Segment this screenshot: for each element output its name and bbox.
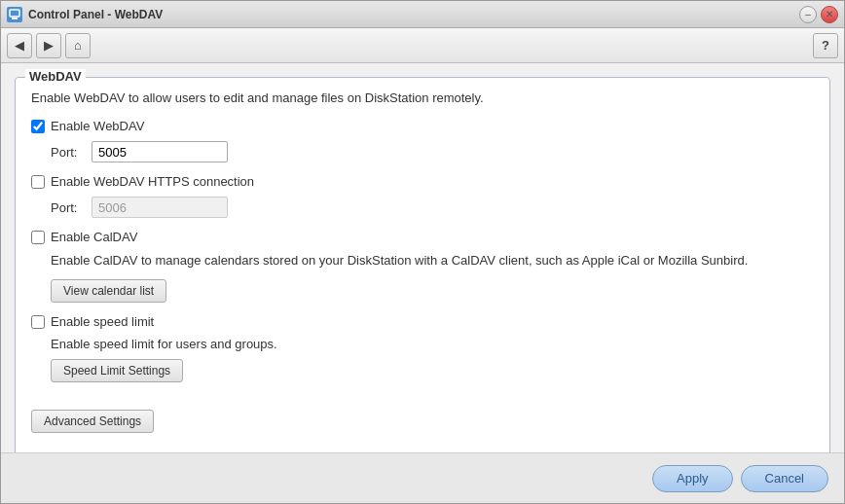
home-button[interactable]: ⌂ bbox=[65, 33, 91, 58]
title-bar: Control Panel - WebDAV – ✕ bbox=[1, 1, 844, 28]
speed-limit-label[interactable]: Enable speed limit bbox=[51, 314, 154, 329]
window-icon bbox=[7, 7, 22, 22]
https-label[interactable]: Enable WebDAV HTTPS connection bbox=[51, 174, 254, 189]
speed-limit-settings-button[interactable]: Speed Limit Settings bbox=[51, 359, 183, 382]
https-port-row: Port: bbox=[31, 197, 814, 218]
https-checkbox-row: Enable WebDAV HTTPS connection bbox=[31, 174, 814, 189]
caldav-description: Enable CalDAV to manage calendars stored… bbox=[31, 252, 814, 270]
caldav-label[interactable]: Enable CalDAV bbox=[51, 230, 137, 244]
https-port-input[interactable] bbox=[92, 197, 228, 218]
caldav-checkbox-row: Enable CalDAV bbox=[31, 230, 814, 244]
group-description: Enable WebDAV to allow users to edit and… bbox=[31, 90, 814, 107]
webdav-port-label: Port: bbox=[51, 145, 84, 160]
webdav-checkbox[interactable] bbox=[31, 120, 45, 133]
back-button[interactable]: ◀ bbox=[7, 33, 32, 58]
svg-rect-0 bbox=[10, 10, 19, 17]
speed-limit-checkbox-row: Enable speed limit bbox=[31, 314, 814, 329]
webdav-group: WebDAV Enable WebDAV to allow users to e… bbox=[15, 77, 830, 452]
view-calendar-button[interactable]: View calendar list bbox=[51, 279, 166, 303]
webdav-port-input[interactable] bbox=[92, 141, 228, 162]
forward-button[interactable]: ▶ bbox=[36, 33, 61, 58]
webdav-checkbox-row: Enable WebDAV bbox=[31, 119, 814, 133]
speed-limit-section: Enable speed limit Enable speed limit fo… bbox=[31, 314, 814, 394]
bottom-bar: Apply Cancel bbox=[1, 452, 844, 503]
https-checkbox[interactable] bbox=[31, 175, 45, 189]
cancel-button[interactable]: Cancel bbox=[741, 465, 828, 492]
main-content: WebDAV Enable WebDAV to allow users to e… bbox=[1, 63, 844, 452]
svg-rect-1 bbox=[12, 18, 18, 19]
window-controls: – ✕ bbox=[799, 6, 838, 23]
speed-limit-checkbox[interactable] bbox=[31, 315, 45, 329]
help-button[interactable]: ? bbox=[813, 33, 838, 58]
caldav-checkbox[interactable] bbox=[31, 231, 45, 244]
minimize-button[interactable]: – bbox=[799, 6, 817, 23]
main-window: Control Panel - WebDAV – ✕ ◀ ▶ ⌂ ? WebDA… bbox=[0, 0, 845, 504]
https-port-label: Port: bbox=[51, 200, 84, 215]
advanced-settings-button[interactable]: Advanced Settings bbox=[31, 410, 154, 433]
group-title: WebDAV bbox=[25, 69, 86, 84]
apply-button[interactable]: Apply bbox=[652, 465, 733, 492]
toolbar: ◀ ▶ ⌂ ? bbox=[1, 28, 844, 63]
webdav-label[interactable]: Enable WebDAV bbox=[51, 119, 144, 133]
speed-limit-description: Enable speed limit for users and groups. bbox=[31, 337, 814, 351]
close-button[interactable]: ✕ bbox=[821, 6, 838, 23]
webdav-port-row: Port: bbox=[31, 141, 814, 162]
window-title: Control Panel - WebDAV bbox=[28, 8, 793, 21]
